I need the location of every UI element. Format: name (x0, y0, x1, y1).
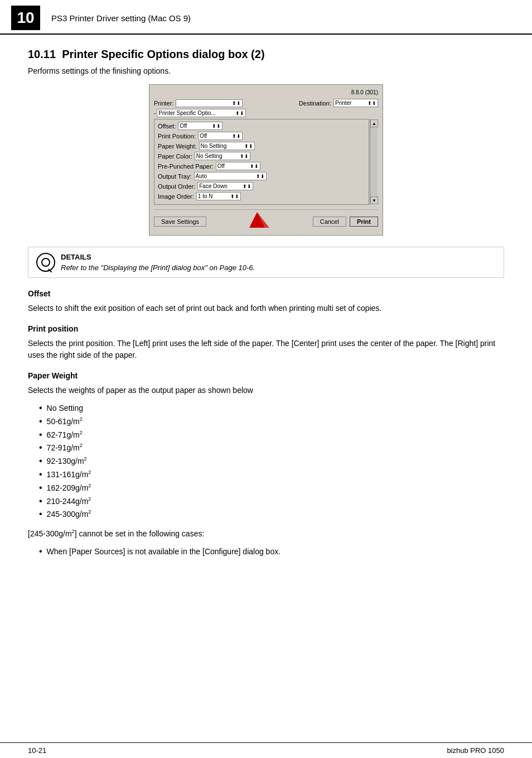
print-position-value: Off (200, 133, 207, 139)
destination-arrow-icon: ⬆⬇ (367, 100, 376, 106)
scrollbar-down-button[interactable]: ▼ (370, 196, 378, 204)
destination-select[interactable]: Printer ⬆⬇ (333, 99, 378, 107)
details-title: DETAILS (61, 253, 496, 261)
scrollbar[interactable]: ▲ ▼ (370, 119, 378, 204)
image-order-arrow-icon: ⬆⬇ (230, 194, 239, 199)
output-order-row: Output Order: Face Down ⬆⬇ (158, 182, 365, 190)
list-item: 72-91g/m2 (39, 442, 504, 455)
paper-weight-note: [245-300g/m2] cannot be set in the follo… (28, 528, 504, 540)
paper-weight-select[interactable]: No Setting ⬆⬇ (199, 142, 255, 150)
page-footer: 10-21 bizhub PRO 1050 (0, 742, 532, 758)
paper-color-arrow-icon: ⬆⬇ (240, 153, 249, 159)
print-position-arrow-icon: ⬆⬇ (232, 133, 241, 139)
printer-select[interactable]: ⬆⬇ (176, 99, 243, 107)
dialog-printer-row: Printer: ⬆⬇ Destination: Printer ⬆⬇ (154, 99, 378, 107)
scrollbar-track (370, 127, 378, 196)
list-item: 162-209g/m2 (39, 482, 504, 495)
dialog-top-bar: 8.8.0 (301) (154, 89, 378, 97)
destination-value: Printer (335, 100, 351, 106)
printer-arrow-icon: ⬆⬇ (232, 100, 241, 106)
magnifier-icon (36, 253, 55, 272)
offset-text: Selects to shift the exit position of ea… (28, 303, 504, 314)
adobe-logo (249, 212, 269, 231)
details-box: DETAILS Refer to the "Displaying the [Pr… (28, 247, 504, 278)
details-content: DETAILS Refer to the "Displaying the [Pr… (61, 253, 496, 272)
output-order-select[interactable]: Face Down ⬆⬇ (197, 182, 253, 190)
section-intro: Performs settings of the finishing optio… (28, 66, 504, 75)
header-title: PS3 Printer Driver setting (Mac OS 9) (51, 13, 191, 23)
pre-punched-label: Pre-Punched Paper: (158, 163, 214, 170)
list-item: When [Paper Sources] is not available in… (39, 545, 504, 559)
paper-weight-row: Paper Weight: No Setting ⬆⬇ (158, 142, 365, 150)
output-tray-label: Output Tray: (158, 173, 192, 180)
paper-weight-intro: Selects the weights of paper as the outp… (28, 385, 504, 396)
footer-product: bizhub PRO 1050 (447, 746, 504, 755)
main-content: 10.11 Printer Specific Options dialog bo… (0, 35, 532, 582)
pre-punched-value: Off (217, 163, 225, 169)
list-item: No Setting (39, 402, 504, 415)
offset-select[interactable]: Off ⬆⬇ (178, 122, 223, 130)
list-item: 245-300g/m2 (39, 508, 504, 521)
options-section-box: Offset: Off ⬆⬇ Print Position: Off ⬆⬇ (154, 119, 369, 205)
list-item: 131-161g/m2 (39, 468, 504, 482)
output-tray-value: Auto (196, 173, 207, 179)
offset-heading: Offset (28, 289, 504, 298)
image-order-label: Image Order: (158, 193, 194, 200)
list-item: 62-71g/m2 (39, 429, 504, 442)
destination-label: Destination: (299, 100, 331, 107)
save-settings-button[interactable]: Save Settings (154, 217, 206, 227)
pre-punched-arrow-icon: ⬆⬇ (250, 164, 259, 169)
footer-page-number: 10-21 (28, 746, 46, 755)
paper-weight-label: Paper Weight: (158, 143, 197, 150)
paper-weight-list: No Setting 50-61g/m2 62-71g/m2 72-91g/m2… (39, 402, 504, 521)
offset-row: Offset: Off ⬆⬇ (158, 122, 365, 130)
chapter-number: 10 (11, 6, 40, 30)
image-order-value: 1 to N (198, 193, 213, 199)
image-order-select[interactable]: 1 to N ⬆⬇ (196, 192, 241, 200)
section-heading: 10.11 Printer Specific Options dialog bo… (28, 48, 504, 61)
output-order-value: Face Down (199, 183, 228, 189)
printer-label: Printer: (154, 100, 173, 107)
print-position-label: Print Position: (158, 133, 196, 140)
dialog-version: 8.8.0 (301) (351, 89, 378, 95)
dialog-panel-row: - Printer Specific Optio... ⬆⬇ (154, 109, 378, 117)
paper-color-value: No Setting (196, 153, 223, 159)
print-button[interactable]: Print (350, 217, 378, 227)
print-position-select[interactable]: Off ⬆⬇ (198, 132, 243, 140)
output-order-arrow-icon: ⬆⬇ (243, 184, 252, 189)
output-tray-arrow-icon: ⬆⬇ (256, 174, 265, 179)
offset-value: Off (180, 123, 187, 129)
paper-weight-arrow-icon: ⬆⬇ (244, 143, 253, 149)
output-tray-select[interactable]: Auto ⬆⬇ (194, 172, 267, 180)
dialog-footer: Save Settings Cancel Print (154, 209, 378, 231)
pre-punched-row: Pre-Punched Paper: Off ⬆⬇ (158, 162, 365, 170)
paper-weight-cases: When [Paper Sources] is not available in… (39, 545, 504, 559)
cancel-button[interactable]: Cancel (313, 217, 346, 227)
scrollbar-up-button[interactable]: ▲ (370, 119, 378, 127)
paper-color-label: Paper Color: (158, 153, 192, 160)
output-tray-row: Output Tray: Auto ⬆⬇ (158, 172, 365, 180)
panel-label: Printer Specific Optio... (158, 110, 215, 116)
print-position-text: Selects the print position. The [Left] p… (28, 338, 504, 361)
dialog-wrapper: 8.8.0 (301) Printer: ⬆⬇ Destination: Pri… (28, 84, 504, 236)
offset-arrow-icon: ⬆⬇ (212, 123, 221, 129)
offset-label: Offset: (158, 123, 176, 129)
print-position-heading: Print position (28, 324, 504, 333)
pre-punched-select[interactable]: Off ⬆⬇ (216, 162, 260, 170)
dialog-box: 8.8.0 (301) Printer: ⬆⬇ Destination: Pri… (149, 84, 383, 236)
output-order-label: Output Order: (158, 183, 195, 190)
paper-color-select[interactable]: No Setting ⬆⬇ (195, 152, 250, 160)
paper-weight-value: No Setting (201, 143, 227, 149)
paper-weight-heading: Paper Weight (28, 371, 504, 380)
image-order-row: Image Order: 1 to N ⬆⬇ (158, 192, 365, 200)
paper-color-row: Paper Color: No Setting ⬆⬇ (158, 152, 365, 160)
page-header: 10 PS3 Printer Driver setting (Mac OS 9) (0, 0, 532, 35)
list-item: 50-61g/m2 (39, 415, 504, 429)
list-item: 92-130g/m2 (39, 455, 504, 468)
details-icon-wrapper (36, 253, 55, 272)
print-position-row: Print Position: Off ⬆⬇ (158, 132, 365, 140)
panel-arrow-icon: ⬆⬇ (235, 111, 244, 116)
panel-select[interactable]: Printer Specific Optio... ⬆⬇ (157, 109, 246, 117)
dialog-action-buttons: Cancel Print (313, 217, 378, 227)
list-item: 210-244g/m2 (39, 495, 504, 508)
